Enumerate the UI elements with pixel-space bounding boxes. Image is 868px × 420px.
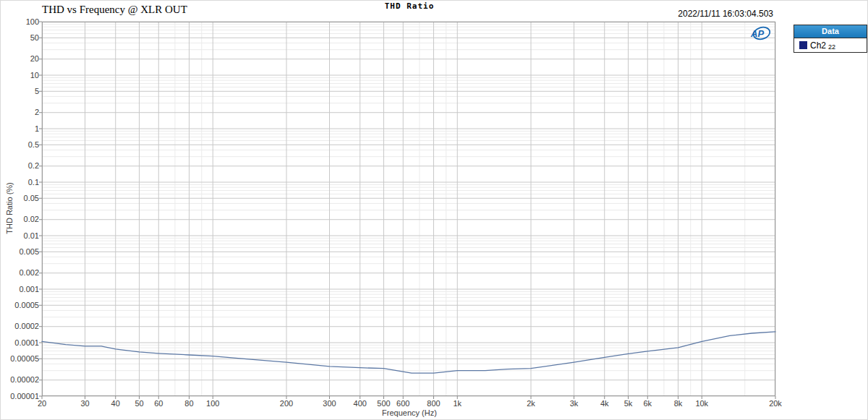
x-tick-label: 800	[427, 399, 440, 408]
ap-logo-text: AP	[750, 28, 764, 39]
y-tick-label: 5	[35, 87, 39, 96]
y-tick-label: 0.05	[24, 194, 39, 203]
x-tick-label: 500	[377, 399, 390, 408]
y-tick-label: 0.002	[19, 268, 39, 278]
x-tick-label: 40	[111, 399, 120, 408]
y-tick-label: 1	[35, 124, 39, 134]
x-tick-label: 20k	[769, 399, 782, 408]
measurement-window: THD vs Frequency @ XLR OUT THD Ratio 202…	[0, 0, 868, 420]
chart-title: THD Ratio	[333, 1, 485, 11]
plot-border	[43, 22, 775, 396]
x-tick-label: 20	[38, 399, 46, 408]
chart-area: THD vs Frequency @ XLR OUT THD Ratio 202…	[1, 1, 868, 420]
x-tick-label: 8k	[674, 399, 683, 408]
y-axis-title: THD Ratio (%)	[5, 176, 14, 241]
legend-entry-label: Ch2	[810, 40, 826, 51]
x-tick-label: 50	[135, 399, 143, 408]
x-tick-label: 600	[396, 399, 409, 408]
x-tick-label: 80	[184, 399, 193, 408]
y-tick-label: 0.1	[28, 178, 39, 187]
y-tick-label: 0.0001	[14, 338, 39, 348]
x-tick-label: 10k	[695, 399, 708, 408]
y-tick-label: 0.00002	[10, 375, 39, 385]
x-tick-label: 2k	[527, 399, 535, 408]
y-tick-label: 20	[30, 54, 39, 64]
x-tick-label: 6k	[643, 399, 652, 408]
x-tick-label: 300	[323, 399, 336, 408]
legend: Data Ch2 22	[793, 25, 867, 53]
x-tick-label: 3k	[570, 399, 579, 408]
y-tick-label: 0.001	[19, 285, 39, 294]
chart-subtitle: THD vs Frequency @ XLR OUT	[42, 4, 187, 16]
timestamp: 2022/11/11 16:03:04.503	[678, 9, 773, 19]
legend-entry[interactable]: Ch2 22	[794, 38, 867, 52]
y-tick-label: 0.2	[28, 161, 39, 171]
x-tick-label: 1k	[453, 399, 461, 408]
y-tick-label: 0.0005	[14, 301, 39, 310]
x-tick-label: 30	[80, 399, 89, 408]
y-tick-label: 2	[35, 108, 39, 117]
y-tick-label: 0.005	[19, 247, 39, 257]
y-tick-label: 0.0002	[14, 322, 39, 331]
x-tick-label: 100	[206, 399, 219, 408]
y-tick-label: 0.00001	[10, 392, 39, 401]
x-tick-label: 400	[354, 399, 367, 408]
series-swatch-icon	[799, 41, 807, 49]
y-tick-label: 10	[30, 71, 39, 80]
x-tick-label: 5k	[624, 399, 633, 408]
y-tick-label: 100	[26, 17, 39, 27]
x-tick-label: 4k	[600, 399, 609, 408]
x-axis-title: Frequency (Hz)	[344, 408, 475, 417]
y-tick-label: 0.5	[28, 140, 39, 150]
series-trace-ch2-22	[42, 332, 775, 373]
y-tick-label: 0.02	[24, 215, 39, 224]
ap-logo: AP	[746, 25, 773, 42]
y-tick-label: 0.01	[24, 231, 39, 241]
y-tick-label: 50	[30, 33, 39, 43]
x-tick-label: 60	[154, 399, 163, 408]
y-tick-label: 0.00005	[10, 354, 39, 364]
x-tick-label: 200	[280, 399, 293, 408]
plot-canvas[interactable]	[42, 22, 775, 396]
legend-header: Data	[794, 25, 867, 38]
legend-entry-number: 22	[828, 43, 835, 51]
